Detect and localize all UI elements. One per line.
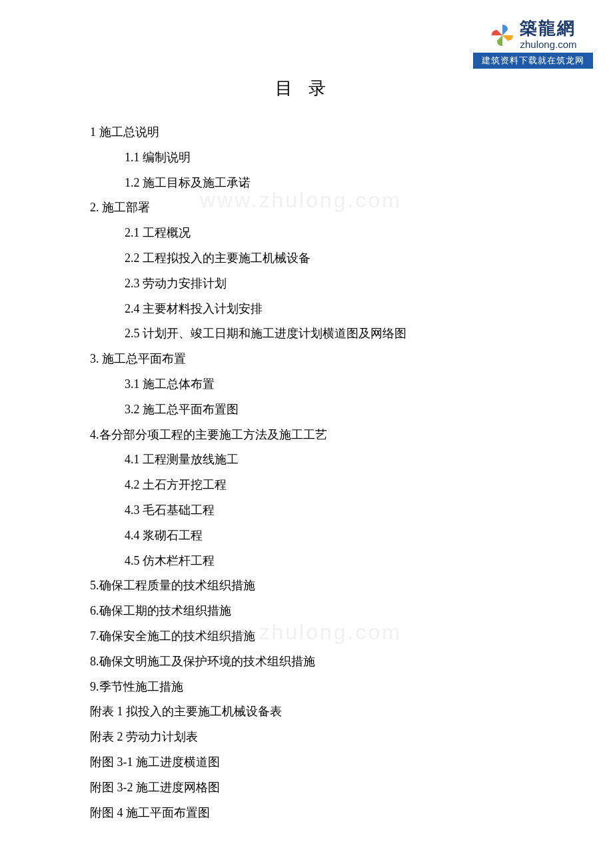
toc-entry: 4.1 工程测量放线施工 (90, 447, 526, 473)
logo-row: 築龍網 zhulong.com (473, 20, 593, 50)
toc-entry: 附图 4 施工平面布置图 (90, 801, 526, 826)
toc-entry: 7.确保安全施工的技术组织措施 (90, 624, 526, 649)
toc-entry: 9.季节性施工措施 (90, 675, 526, 700)
toc-entry: 1 施工总说明 (90, 120, 526, 145)
toc-entry: 3. 施工总平面布置 (90, 347, 526, 372)
toc-entry: 4.4 浆砌石工程 (90, 523, 526, 549)
logo-name-en: zhulong.com (520, 39, 576, 50)
toc-entry: 1.1 编制说明 (90, 145, 526, 171)
logo-name-cn: 築龍網 (520, 20, 576, 37)
toc-entry: 附图 3-2 施工进度网格图 (90, 775, 526, 801)
toc-entry: 4.5 仿木栏杆工程 (90, 549, 526, 574)
toc-entry: 2. 施工部署 (90, 195, 526, 221)
toc-entry: 4.各分部分项工程的主要施工方法及施工工艺 (90, 423, 526, 448)
toc-entry: 4.3 毛石基础工程 (90, 498, 526, 523)
toc-entry: 2.5 计划开、竣工日期和施工进度计划横道图及网络图 (90, 321, 526, 347)
toc-entry: 附图 3-1 施工进度横道图 (90, 750, 526, 775)
toc-entry: 3.1 施工总体布置 (90, 372, 526, 397)
toc-entry: 2.4 主要材料投入计划安排 (90, 297, 526, 322)
document-content: 目录 1 施工总说明1.1 编制说明1.2 施工目标及施工承诺2. 施工部署2.… (0, 0, 613, 825)
toc-entry: 附表 1 拟投入的主要施工机械设备表 (90, 699, 526, 725)
toc-entry: 5.确保工程质量的技术组织措施 (90, 573, 526, 599)
page-title: 目录 (90, 77, 526, 100)
toc-entry: 8.确保文明施工及保护环境的技术组织措施 (90, 649, 526, 675)
toc-entry: 附表 2 劳动力计划表 (90, 725, 526, 750)
logo-area: 築龍網 zhulong.com 建筑资料下载就在筑龙网 (473, 20, 593, 69)
toc-entry: 6.确保工期的技术组织措施 (90, 599, 526, 624)
toc-container: 1 施工总说明1.1 编制说明1.2 施工目标及施工承诺2. 施工部署2.1 工… (90, 120, 526, 825)
toc-entry: 2.1 工程概况 (90, 221, 526, 246)
toc-entry: 2.2 工程拟投入的主要施工机械设备 (90, 246, 526, 271)
logo-text: 築龍網 zhulong.com (520, 20, 576, 50)
toc-entry: 2.3 劳动力安排计划 (90, 271, 526, 297)
pinwheel-icon (489, 22, 516, 49)
toc-entry: 1.2 施工目标及施工承诺 (90, 171, 526, 196)
logo-banner: 建筑资料下载就在筑龙网 (473, 53, 593, 69)
toc-entry: 4.2 土石方开挖工程 (90, 473, 526, 498)
toc-entry: 3.2 施工总平面布置图 (90, 397, 526, 423)
